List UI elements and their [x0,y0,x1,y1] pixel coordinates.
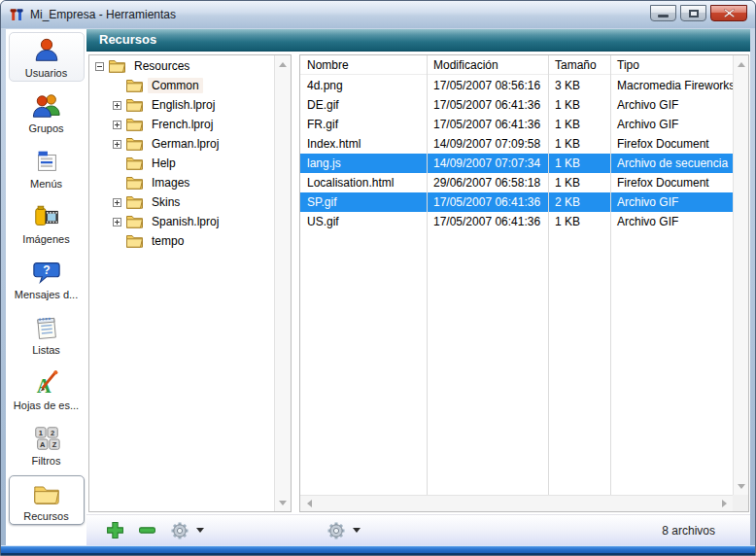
close-button[interactable] [710,5,747,21]
cell-tamano: 1 KB [548,115,610,134]
scroll-down-icon[interactable] [275,495,291,510]
tree-item[interactable]: Images [89,173,273,192]
tree-item-label: tempo [148,233,188,249]
plus-icon [106,521,124,539]
cell-modificacion: 17/05/2007 06:41:36 [427,212,548,231]
sidebar-item-label: Mensajes d... [15,289,78,300]
table-row[interactable]: US.gif 17/05/2007 06:41:36 1 KB Archivo … [300,212,733,231]
scroll-left-icon[interactable] [301,496,317,511]
cell-tamano: 1 KB [548,173,610,192]
tree-item-label: Images [148,175,193,191]
cell-tipo: Archivo GIF [610,212,733,231]
sidebar-item-listas[interactable]: Listas [9,309,85,359]
remove-button[interactable] [138,521,156,539]
sidebar-item-mensajes[interactable]: ? Mensajes d... [9,254,85,303]
actions-dropdown-right[interactable] [326,521,361,540]
tree-expander-icon[interactable] [95,62,104,71]
cell-modificacion: 14/09/2007 07:09:58 [427,134,548,154]
add-button[interactable] [106,521,124,539]
tree-item[interactable]: German.lproj [89,134,273,154]
sidebar-item-filtros[interactable]: 1 2 A Z Filtros [9,420,85,469]
actions-dropdown-left[interactable] [170,521,204,540]
tree-scrollbar[interactable] [274,55,291,511]
table-row[interactable]: lang.js 14/09/2007 07:07:34 1 KB Archivo… [300,154,733,173]
list-horizontal-scrollbar[interactable] [300,495,733,511]
tree-item-label: Common [148,78,203,93]
scroll-right-icon[interactable] [716,496,732,511]
table-row[interactable]: DE.gif 17/05/2007 06:41:36 1 KB Archivo … [300,95,733,115]
column-header-tamano[interactable]: Tamaño [548,55,610,74]
tree-expander-icon[interactable] [113,140,121,149]
sidebar-item-label: Usuarios [25,67,67,79]
tree-item[interactable]: Skins [89,192,273,212]
folder-icon [32,479,61,508]
tree-item-label: Resources [130,58,193,74]
tree-expander-icon[interactable] [113,101,121,110]
tree-item[interactable]: English.lproj [89,95,273,115]
column-header-tipo[interactable]: Tipo [610,55,733,74]
minimize-button[interactable] [650,5,676,21]
cell-nombre: US.gif [300,212,427,231]
table-row[interactable]: FR.gif 17/05/2007 06:41:36 1 KB Archivo … [300,115,733,134]
table-row[interactable]: Index.html 14/09/2007 07:09:58 1 KB Fire… [300,134,733,154]
list-vertical-scrollbar[interactable] [733,55,748,495]
main-area: Resources Common English.lproj French.lp… [86,52,750,514]
app-window: Mi_Empresa - Herramientas Usuarios [0,0,756,556]
sidebar-item-usuarios[interactable]: Usuarios [9,32,85,82]
svg-text:Z: Z [52,439,56,448]
cell-nombre: 4d.png [300,76,427,95]
scroll-up-icon[interactable] [275,56,291,72]
tree-item[interactable]: Common [89,76,273,95]
tree-item[interactable]: Resources [89,56,273,76]
sidebar-item-label: Filtros [32,455,61,467]
scroll-down-icon[interactable] [734,478,748,494]
gear-icon [170,521,189,540]
cell-modificacion: 17/05/2007 06:41:36 [427,95,548,115]
panel-header: Recursos [86,29,750,52]
maximize-button[interactable] [680,5,706,21]
tree-item[interactable]: French.lproj [89,115,273,134]
content-area: Recursos Resources Common English.lproj [86,29,750,545]
dropdown-arrow-icon [353,528,361,533]
sidebar-item-grupos[interactable]: Grupos [9,87,85,137]
file-list-rows: 4d.png 17/05/2007 08:56:16 3 KB Macromed… [300,76,733,495]
sidebar-item-label: Grupos [28,122,63,134]
tree-item[interactable]: Help [89,154,273,173]
sidebar-item-hojas[interactable]: A Hojas de es... [9,365,85,414]
tree-expander-icon[interactable] [113,121,121,129]
table-row[interactable]: Localisation.html 29/06/2007 06:58:18 1 … [300,173,733,192]
folder-icon [126,234,143,248]
sidebar-item-imagenes[interactable]: Imágenes [9,198,85,248]
table-row[interactable]: SP.gif 17/05/2007 06:41:36 2 KB Archivo … [300,192,733,212]
cell-modificacion: 17/05/2007 06:41:36 [427,192,548,212]
resource-tree: Resources Common English.lproj French.lp… [89,56,273,511]
svg-text:A: A [40,439,46,448]
table-row[interactable]: 4d.png 17/05/2007 08:56:16 3 KB Macromed… [300,76,733,95]
scroll-up-icon[interactable] [734,56,748,72]
resource-tree-panel: Resources Common English.lproj French.lp… [88,54,292,512]
cell-tamano: 2 KB [548,192,610,212]
messages-icon: ? [32,258,61,287]
images-icon [32,202,61,231]
column-header-nombre[interactable]: Nombre [300,55,427,74]
tree-item-label: Help [148,156,180,171]
titlebar[interactable]: Mi_Empresa - Herramientas [1,1,755,28]
tree-expander-icon[interactable] [113,198,121,207]
tree-item-label: Spanish.lproj [148,214,223,229]
panel-title: Recursos [99,32,156,47]
cell-nombre: lang.js [300,154,427,173]
sidebar-item-label: Imágenes [22,233,69,245]
cell-nombre: DE.gif [300,95,427,115]
folder-icon [126,195,143,209]
column-header-modificacion[interactable]: Modificación [427,55,548,74]
tree-expander-icon[interactable] [113,218,121,226]
cell-tipo: Archivo GIF [610,192,733,212]
tree-item[interactable]: tempo [89,231,273,251]
sidebar-item-menus[interactable]: Menús [9,143,85,192]
sidebar-item-label: Menús [30,178,62,190]
cell-tamano: 1 KB [548,134,610,154]
tree-item-label: English.lproj [148,97,219,113]
scrollbar-corner [733,495,748,511]
sidebar-item-recursos[interactable]: Recursos [9,475,85,525]
tree-item[interactable]: Spanish.lproj [89,212,273,231]
